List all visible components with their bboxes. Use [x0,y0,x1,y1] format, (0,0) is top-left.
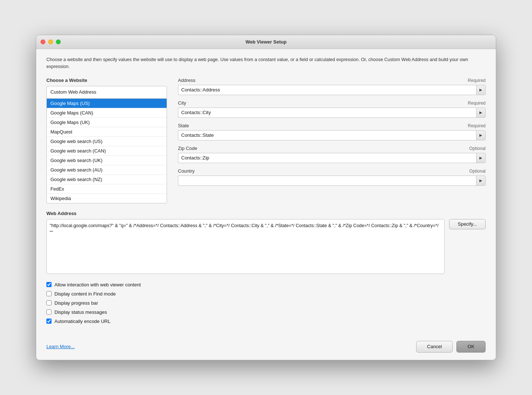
field-group-zip: Zip Code Optional ▶ [178,146,486,163]
field-header-city: City Required [178,100,486,106]
list-item-google-maps-uk[interactable]: Google Maps (UK) [47,118,167,127]
field-label-state: State [178,123,189,128]
field-required-state: Required [468,123,486,128]
display-status-label: Display status messages [54,309,107,315]
display-progress-checkbox[interactable] [46,300,52,305]
footer-buttons: Cancel OK [416,341,486,353]
field-label-zip: Zip Code [178,146,197,151]
choose-website-label: Choose a Website [46,78,167,83]
list-item-google-web-us[interactable]: Google web search (US) [47,137,167,146]
checkbox-row-encode-url: Automatically encode URL [46,319,486,324]
field-label-address: Address [178,78,195,83]
display-find-mode-label: Display content in Find mode [54,291,116,297]
encode-url-label: Automatically encode URL [54,319,110,324]
list-item-google-maps-us[interactable]: Google Maps (US) [47,99,167,108]
right-panel: Address Required ▶ City Required [178,78,486,203]
field-group-address: Address Required ▶ [178,78,486,95]
list-item-google-web-uk[interactable]: Google web search (UK) [47,156,167,165]
left-panel: Choose a Website Custom Web Address Goog… [46,78,167,203]
field-header-address: Address Required [178,78,486,83]
country-input[interactable] [178,176,476,186]
checkbox-row-find-mode: Display content in Find mode [46,291,486,297]
specify-button[interactable]: Specify... [449,219,486,229]
minimize-button[interactable] [48,40,53,44]
field-group-state: State Required ▶ [178,123,486,140]
address-input[interactable] [178,85,476,95]
country-arrow-button[interactable]: ▶ [476,176,486,186]
display-status-checkbox[interactable] [46,309,52,315]
field-group-country: Country Optional ▶ [178,168,486,186]
display-find-mode-checkbox[interactable] [46,291,52,296]
checkbox-row-status-messages: Display status messages [46,309,486,315]
field-header-country: Country Optional [178,168,486,174]
field-input-row-address: ▶ [178,85,486,95]
zip-arrow-button[interactable]: ▶ [476,153,486,163]
zip-input[interactable] [178,153,476,163]
state-input[interactable] [178,130,476,140]
field-input-row-country: ▶ [178,176,486,186]
allow-interaction-label: Allow interaction with web viewer conten… [54,282,141,287]
list-item-google-maps-can[interactable]: Google Maps (CAN) [47,108,167,118]
cancel-button[interactable]: Cancel [416,341,453,353]
checkbox-row-progress-bar: Display progress bar [46,300,486,306]
encode-url-checkbox[interactable] [46,319,52,324]
field-header-zip: Zip Code Optional [178,146,486,151]
list-item-wikipedia[interactable]: Wikipedia [47,194,167,203]
web-viewer-setup-dialog: Web Viewer Setup Choose a website and th… [36,35,496,360]
list-item-google-web-can[interactable]: Google web search (CAN) [47,146,167,156]
field-required-address: Required [468,78,486,83]
field-label-city: City [178,100,186,106]
maximize-button[interactable] [56,40,61,44]
ok-button[interactable]: OK [456,341,486,353]
allow-interaction-checkbox[interactable] [46,282,52,287]
city-arrow-button[interactable]: ▶ [476,108,486,118]
state-arrow-button[interactable]: ▶ [476,130,486,140]
learn-more-link[interactable]: Learn More... [46,344,75,349]
close-button[interactable] [41,40,45,44]
website-list: Custom Web Address Google Maps (US) Goog… [46,86,167,203]
window-title: Web Viewer Setup [246,39,286,45]
field-required-zip: Optional [469,146,486,151]
field-label-country: Country [178,168,195,174]
web-address-label: Web Address [46,211,486,216]
list-item-fedex[interactable]: FedEx [47,184,167,194]
field-input-row-state: ▶ [178,130,486,140]
window-controls [41,40,61,44]
field-input-row-zip: ▶ [178,153,486,163]
list-item-mapquest[interactable]: MapQuest [47,127,167,137]
list-item-google-web-au[interactable]: Google web search (AU) [47,165,167,175]
description-text: Choose a website and then specify values… [46,56,486,70]
web-address-section: Web Address "http://local.google.com/map… [46,211,486,274]
footer: Learn More... Cancel OK [36,335,496,360]
main-section: Choose a Website Custom Web Address Goog… [46,78,486,203]
field-group-city: City Required ▶ [178,100,486,118]
web-address-row: "http://local.google.com/maps?" & "q=" &… [46,219,486,274]
display-progress-label: Display progress bar [54,300,98,306]
list-item-custom[interactable]: Custom Web Address [47,86,167,99]
field-required-city: Required [468,101,486,106]
field-input-row-city: ▶ [178,108,486,118]
checkboxes-section: Allow interaction with web viewer conten… [46,282,486,324]
title-bar: Web Viewer Setup [36,35,496,49]
address-arrow-button[interactable]: ▶ [476,85,486,95]
field-header-state: State Required [178,123,486,128]
content-area: Choose a website and then specify values… [36,49,496,335]
checkbox-row-allow-interaction: Allow interaction with web viewer conten… [46,282,486,287]
list-item-google-web-nz[interactable]: Google web search (NZ) [47,175,167,184]
city-input[interactable] [178,108,476,118]
web-address-textarea[interactable]: "http://local.google.com/maps?" & "q=" &… [46,219,445,274]
field-required-country: Optional [469,169,486,174]
